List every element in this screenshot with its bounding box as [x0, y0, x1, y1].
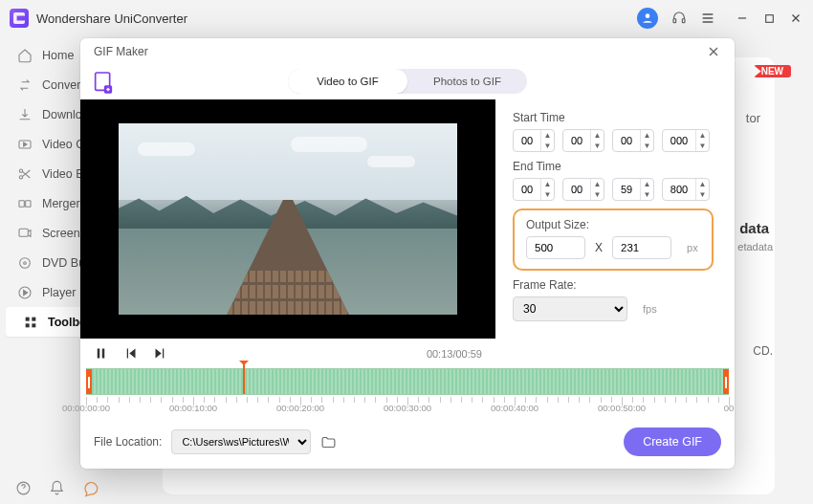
output-width-field[interactable] [526, 236, 585, 259]
dialog-footer: File Location: C:\Users\ws\Pictures\Wond… [80, 418, 735, 456]
svg-rect-9 [19, 229, 28, 236]
create-gif-button[interactable]: Create GIF [624, 427, 721, 456]
svg-rect-20 [98, 349, 100, 359]
svg-rect-1 [673, 19, 676, 23]
timeline: 00:00:00:0000:00:10:0000:00:20:0000:00:3… [80, 368, 735, 418]
chevron-up-icon: ▲ [544, 130, 552, 141]
footer-bar [15, 480, 99, 497]
next-frame-button[interactable] [153, 346, 167, 361]
compress-icon [17, 137, 33, 152]
dialog-title: GIF Maker [94, 45, 148, 58]
end-hh-stepper[interactable]: ▲▼ [513, 178, 555, 201]
file-location-label: File Location: [94, 435, 162, 449]
scissors-icon [17, 166, 33, 182]
start-hh-stepper[interactable]: ▲▼ [513, 129, 555, 152]
app-logo-icon [10, 9, 29, 28]
peek-text: data [739, 220, 769, 236]
disc-icon [17, 255, 33, 271]
start-time-label: Start Time [513, 111, 714, 124]
svg-rect-3 [765, 14, 773, 22]
account-avatar[interactable] [637, 8, 658, 29]
minimize-button[interactable] [735, 11, 750, 26]
app-title: Wondershare UniConverter [36, 11, 187, 26]
help-icon[interactable] [15, 480, 32, 497]
recorder-icon [17, 226, 33, 241]
timeline-track[interactable] [86, 368, 729, 395]
start-ss-stepper[interactable]: ▲▼ [612, 129, 654, 152]
bell-icon[interactable] [49, 480, 65, 497]
frame-rate-label: Frame Rate: [513, 278, 714, 292]
peek-text: tor [746, 111, 760, 125]
peek-text: CD. [753, 344, 773, 358]
chevron-down-icon: ▼ [544, 141, 552, 151]
maximize-button[interactable] [761, 11, 777, 26]
tab-segmented: Video to GIF Photos to GIF [288, 69, 527, 94]
by-label: X [595, 241, 603, 254]
pause-button[interactable] [94, 346, 108, 361]
frame-rate-select[interactable]: 30 [513, 296, 627, 321]
open-folder-button[interactable] [320, 434, 337, 450]
end-ms-stepper[interactable]: ▲▼ [662, 178, 710, 201]
merge-icon [17, 196, 33, 211]
output-height-field[interactable] [612, 236, 671, 259]
sidebar-item-label: Home [42, 49, 74, 62]
px-label: px [687, 242, 698, 253]
svg-rect-15 [26, 323, 30, 327]
close-button[interactable] [788, 11, 803, 26]
tab-video-to-gif[interactable]: Video to GIF [288, 69, 407, 94]
file-location-select[interactable]: C:\Users\ws\Pictures\Wonders [171, 429, 311, 454]
play-icon [17, 285, 33, 300]
svg-point-11 [24, 261, 27, 264]
end-mm-stepper[interactable]: ▲▼ [562, 178, 604, 201]
svg-rect-8 [26, 200, 31, 207]
svg-point-10 [20, 257, 31, 268]
output-size-group: Output Size: X px [513, 208, 714, 271]
gif-maker-dialog: GIF Maker Video to GIF Photos to GIF [80, 38, 735, 469]
svg-rect-2 [682, 19, 685, 23]
video-preview[interactable] [80, 99, 495, 339]
trim-start-handle[interactable] [86, 369, 92, 394]
trim-end-handle[interactable] [723, 369, 729, 394]
tab-photos-to-gif[interactable]: Photos to GIF [407, 69, 527, 94]
output-size-label: Output Size: [526, 218, 700, 231]
svg-rect-7 [19, 200, 24, 207]
gif-icon [94, 71, 113, 92]
headset-icon[interactable] [671, 11, 687, 26]
svg-rect-13 [26, 317, 30, 320]
prev-frame-button[interactable] [123, 346, 138, 361]
start-ms-stepper[interactable]: ▲▼ [662, 129, 710, 152]
playback-controls: 00:13/00:59 [80, 339, 495, 368]
time-display: 00:13/00:59 [427, 348, 482, 360]
title-bar: Wondershare UniConverter [0, 0, 813, 36]
start-mm-stepper[interactable]: ▲▼ [562, 129, 604, 152]
dialog-titlebar: GIF Maker [80, 38, 735, 65]
dialog-close-button[interactable] [706, 44, 721, 59]
svg-rect-16 [32, 323, 35, 327]
end-ss-stepper[interactable]: ▲▼ [612, 178, 654, 201]
toolbox-icon [23, 315, 38, 330]
sidebar-item-label: Merger [42, 197, 80, 210]
download-icon [17, 107, 33, 122]
svg-rect-21 [102, 349, 105, 359]
playhead[interactable] [243, 361, 245, 394]
feedback-icon[interactable] [82, 480, 99, 497]
home-icon [17, 48, 33, 63]
converter-icon [17, 77, 33, 93]
sidebar-item-label: Player [42, 286, 76, 299]
end-time-label: End Time [513, 160, 714, 173]
peek-text: etadata [737, 241, 773, 252]
menu-icon[interactable] [700, 11, 715, 26]
fps-label: fps [643, 303, 657, 315]
svg-rect-14 [32, 317, 35, 320]
timeline-ruler: 00:00:00:0000:00:10:0000:00:20:0000:00:3… [86, 397, 729, 418]
settings-panel: Start Time ▲▼ ▲▼ ▲▼ ▲▼ End Time ▲▼ ▲▼ ▲▼… [509, 99, 735, 368]
svg-point-0 [646, 13, 650, 18]
video-preview-column: 00:13/00:59 [80, 99, 495, 368]
